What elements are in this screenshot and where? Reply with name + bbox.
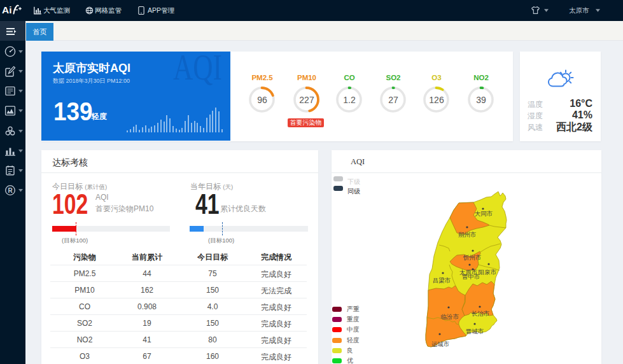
svg-text:大同市: 大同市 bbox=[475, 210, 493, 217]
svg-text:忻州市: 忻州市 bbox=[463, 254, 482, 261]
svg-text:阳泉市: 阳泉市 bbox=[479, 269, 497, 276]
svg-text:Ai: Ai bbox=[2, 4, 12, 15]
svg-text:吕梁市: 吕梁市 bbox=[433, 277, 451, 284]
svg-text:R: R bbox=[8, 187, 13, 194]
svg-text:运城市: 运城市 bbox=[431, 340, 450, 347]
svg-text:晋中市: 晋中市 bbox=[462, 273, 480, 280]
svg-text:长治市: 长治市 bbox=[472, 310, 490, 317]
svg-text:朔州市: 朔州市 bbox=[458, 231, 477, 238]
svg-text:晋城市: 晋城市 bbox=[466, 328, 484, 335]
svg-text:临汾市: 临汾市 bbox=[441, 313, 459, 320]
